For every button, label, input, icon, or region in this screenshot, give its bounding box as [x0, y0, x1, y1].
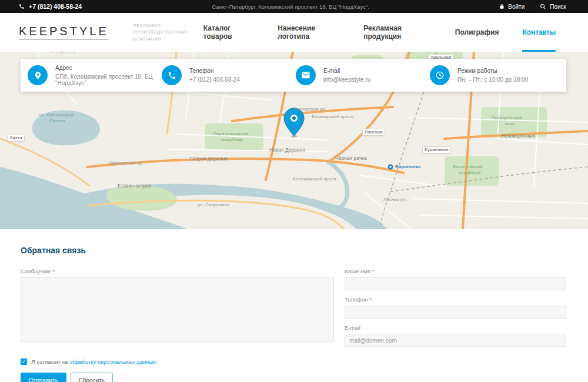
map-label: Лахта — [7, 135, 25, 142]
reset-button[interactable]: Сбросить — [71, 373, 113, 382]
contact-address: Адрес СПб, Коломяжский проспект 18, БЦ "… — [25, 65, 159, 86]
phone-field[interactable] — [345, 306, 566, 319]
submit-button[interactable]: Отправить — [21, 373, 66, 382]
map-label: Чёрная речка — [335, 156, 367, 161]
map-label: Старая Деревня — [189, 156, 228, 162]
name-label: Ваше имя * — [345, 268, 566, 274]
search-button[interactable]: Поиск — [540, 4, 566, 10]
main-nav: Каталог товаров Нанесение логотипа Рекла… — [203, 13, 556, 52]
clock-icon — [430, 65, 450, 85]
envelope-icon — [296, 65, 316, 85]
lock-icon — [499, 4, 505, 9]
map-label: Лесная ул. — [383, 197, 407, 202]
name-field[interactable] — [345, 277, 566, 290]
message-label: Сообщение * — [21, 268, 334, 274]
map-label: кладбище — [459, 170, 480, 175]
topbar-phone[interactable]: +7 (812) 408-58-24 — [19, 3, 82, 10]
map[interactable]: РАЙОН оз. Лахтинский Разлив Лахта Примор… — [0, 52, 588, 229]
map-label: Приморский пр. — [109, 161, 143, 166]
map-label: Пискарёвский — [492, 116, 522, 120]
map-label: парк — [505, 122, 514, 126]
topbar-address: Санкт-Петербург, Коломяжский проспект 18… — [82, 4, 499, 10]
search-label: Поиск — [550, 4, 566, 10]
map-label: Пионерская ул. — [292, 107, 326, 112]
nav-item-printing[interactable]: Полиграфия — [455, 13, 499, 52]
consent-link[interactable]: обработку персональных данных — [69, 358, 156, 365]
map-label: Богатырский просп. — [312, 115, 355, 119]
map-label: Новая Деревня — [269, 148, 305, 153]
nav-item-promo-products[interactable]: Рекламная продукция — [363, 13, 432, 52]
map-label: Кушелевка — [422, 146, 451, 153]
contact-address-title: Адрес — [55, 65, 159, 71]
map-label: Ланская — [362, 129, 385, 136]
contact-phone: Телефон +7 (812) 408-58-24 — [159, 65, 293, 85]
consent-checkbox[interactable]: ✓ — [21, 358, 27, 365]
map-label: кладбище — [221, 138, 243, 142]
contact-hours-value: Пн. – Пт.: с 10:00 до 18:00 — [457, 76, 528, 83]
page-title: Обратная связь — [21, 246, 566, 255]
nav-item-contacts[interactable]: Контакты — [522, 13, 556, 52]
map-label: ул. Савушкина — [198, 203, 230, 207]
poi-europolis-icon — [388, 165, 393, 170]
contact-phone-value: +7 (812) 408-58-24 — [189, 76, 240, 83]
map-label: Европолис — [395, 165, 421, 169]
login-label: Войти — [508, 4, 524, 10]
email-field[interactable] — [345, 334, 566, 347]
map-label: Разлив — [49, 119, 65, 123]
login-button[interactable]: Войти — [499, 4, 524, 10]
contact-phone-title: Телефон — [189, 68, 240, 74]
map-label: Серафимовское — [213, 132, 249, 136]
map-label: Непокорённых — [501, 133, 535, 139]
company-tagline: РЕКЛАМНО-ПРОИЗВОДСТВЕННАЯ КОМПАНИЯ — [133, 22, 203, 42]
contact-email-title: E-mail — [323, 68, 370, 74]
feedback-section: Обратная связь Сообщение * Ваше имя * Те… — [0, 229, 588, 382]
map-label: оз. Лахтинский — [39, 113, 74, 118]
map-label: Елагин остров — [118, 183, 151, 189]
contact-info-card: Адрес СПб, Коломяжский проспект 18, БЦ "… — [21, 59, 566, 92]
topbar-phone-number: +7 (812) 408-58-24 — [29, 3, 82, 10]
phone-icon — [19, 4, 25, 9]
contact-address-value: СПб, Коломяжский проспект 18, БЦ "НордХа… — [55, 73, 159, 86]
message-field[interactable] — [21, 277, 334, 342]
location-pin-icon — [28, 65, 48, 85]
contact-email: E-mail info@keepstyle.ru — [293, 65, 427, 85]
contact-hours-title: Режим работы — [457, 68, 528, 74]
header: KEEPSTYLE РЕКЛАМНО-ПРОИЗВОДСТВЕННАЯ КОМП… — [0, 13, 588, 52]
contact-email-value: info@keepstyle.ru — [323, 76, 370, 83]
logo[interactable]: KEEPSTYLE — [19, 25, 109, 39]
map-label: Богословское — [453, 165, 483, 169]
nav-item-logo-application[interactable]: Нанесение логотипа — [278, 13, 340, 52]
contact-hours: Режим работы Пн. – Пт.: с 10:00 до 18:00 — [427, 65, 562, 85]
search-icon — [540, 4, 546, 10]
map-label: РАЙОН — [52, 52, 76, 55]
phone-label: Телефон * — [345, 296, 566, 303]
consent-text: Я согласен на — [31, 358, 68, 365]
email-label: E-mail — [345, 324, 566, 331]
topbar: +7 (812) 408-58-24 Санкт-Петербург, Коло… — [0, 0, 588, 13]
phone-icon — [162, 65, 182, 85]
nav-item-catalog[interactable]: Каталог товаров — [203, 13, 255, 52]
map-label: Коломяжский просп. — [293, 177, 338, 182]
